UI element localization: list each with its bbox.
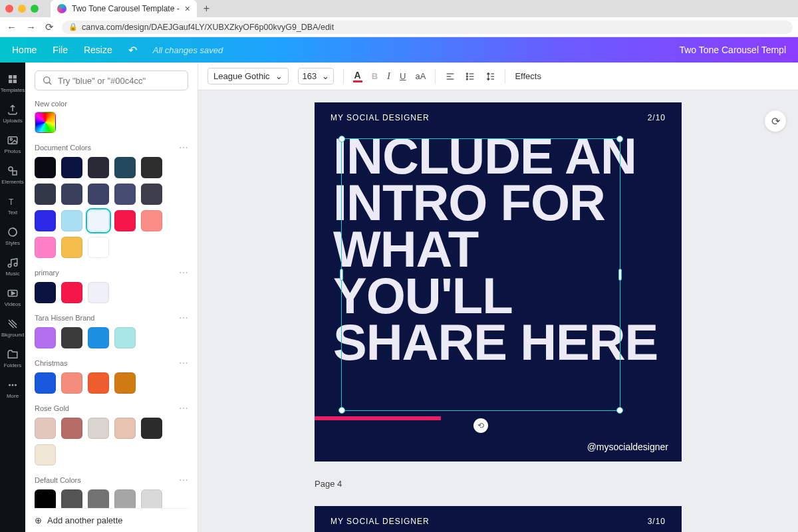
- color-swatch[interactable]: [35, 210, 56, 231]
- font-select[interactable]: League Gothic ⌄: [207, 68, 289, 84]
- case-button[interactable]: aA: [415, 71, 426, 81]
- rail-music[interactable]: Music: [0, 251, 25, 282]
- color-swatch[interactable]: [61, 210, 82, 231]
- list-button[interactable]: [465, 71, 475, 82]
- rail-elements[interactable]: Elements: [0, 160, 25, 190]
- reload-icon[interactable]: ⟳: [44, 21, 55, 33]
- color-search[interactable]: [35, 70, 188, 90]
- color-swatch[interactable]: [141, 210, 162, 231]
- align-button[interactable]: [445, 71, 456, 82]
- rail-uploads[interactable]: Uploads: [0, 98, 25, 129]
- menu-home[interactable]: Home: [12, 45, 37, 55]
- new-color-swatch[interactable]: [35, 112, 56, 133]
- rail-more[interactable]: More: [0, 374, 25, 404]
- accent-line[interactable]: [315, 416, 441, 420]
- rail-text[interactable]: TText: [0, 190, 25, 221]
- resize-handle-se[interactable]: [616, 407, 623, 414]
- color-swatch[interactable]: [141, 157, 162, 178]
- sync-icon[interactable]: ⟳: [765, 110, 786, 132]
- url-field[interactable]: 🔒 canva.com/design/DAEJGauf4LY/XUBXZkyOF…: [62, 21, 793, 34]
- window-zoom-icon[interactable]: [31, 5, 39, 13]
- color-swatch[interactable]: [88, 418, 109, 439]
- color-swatch[interactable]: [114, 418, 136, 439]
- color-swatch[interactable]: [35, 184, 56, 205]
- design-page-4[interactable]: MY SOCIAL DESIGNER 3/10: [315, 506, 682, 532]
- section-options-icon[interactable]: ⋯: [179, 313, 188, 323]
- color-swatch[interactable]: [114, 157, 136, 178]
- color-swatch[interactable]: [114, 372, 136, 394]
- color-swatch[interactable]: [114, 327, 136, 348]
- color-search-input[interactable]: [58, 76, 181, 86]
- color-swatch[interactable]: [88, 184, 109, 205]
- plus-icon: ⊕: [35, 515, 42, 525]
- svg-point-5: [10, 138, 12, 140]
- rail-styles[interactable]: Styles: [0, 221, 25, 251]
- section-options-icon[interactable]: ⋯: [179, 142, 188, 153]
- color-swatch[interactable]: [61, 372, 82, 394]
- italic-button[interactable]: I: [387, 70, 390, 82]
- rail-folders[interactable]: Folders: [0, 343, 25, 374]
- bold-button[interactable]: B: [372, 71, 378, 81]
- color-swatch[interactable]: [35, 157, 56, 178]
- resize-handle-ne[interactable]: [616, 136, 623, 142]
- color-swatch[interactable]: [88, 157, 109, 178]
- rotate-handle[interactable]: ⟲: [473, 418, 488, 433]
- color-swatch[interactable]: [35, 444, 56, 466]
- section-options-icon[interactable]: ⋯: [179, 358, 188, 368]
- resize-handle-e[interactable]: [618, 269, 622, 281]
- rail-templates[interactable]: Templates: [0, 68, 25, 98]
- svg-rect-1: [13, 75, 17, 78]
- text-color-button[interactable]: A: [353, 70, 362, 82]
- rail-bkground[interactable]: Bkground: [0, 313, 25, 343]
- design-handle[interactable]: @mysocialdesigner: [587, 442, 668, 452]
- color-swatch[interactable]: [61, 237, 82, 258]
- color-swatch[interactable]: [88, 210, 109, 231]
- color-swatch[interactable]: [88, 372, 109, 394]
- resize-handle-sw[interactable]: [338, 407, 345, 414]
- effects-button[interactable]: Effects: [515, 71, 541, 81]
- spacing-button[interactable]: [485, 71, 495, 82]
- tab-title: Two Tone Carousel Template -: [72, 4, 180, 13]
- resize-handle-w[interactable]: [340, 269, 343, 281]
- color-swatch[interactable]: [35, 327, 56, 348]
- svg-rect-7: [13, 171, 17, 175]
- new-tab-button[interactable]: +: [203, 3, 209, 15]
- document-title[interactable]: Two Tone Carousel Templ: [679, 45, 786, 55]
- color-swatch[interactable]: [114, 210, 136, 231]
- color-swatch[interactable]: [61, 184, 82, 205]
- color-swatch[interactable]: [61, 418, 82, 439]
- window-minimize-icon[interactable]: [18, 5, 26, 13]
- color-swatch[interactable]: [141, 418, 162, 439]
- color-swatch[interactable]: [114, 184, 136, 205]
- design-page-3[interactable]: MY SOCIAL DESIGNER 2/10 ⟲ INCLUDE AN INT…: [315, 102, 682, 462]
- color-swatch[interactable]: [88, 237, 109, 258]
- resize-handle-nw[interactable]: [338, 136, 345, 142]
- color-swatch[interactable]: [88, 327, 109, 348]
- menu-file[interactable]: File: [53, 45, 68, 55]
- svg-point-6: [9, 167, 13, 171]
- window-close-icon[interactable]: [5, 5, 13, 13]
- color-swatch[interactable]: [35, 372, 56, 394]
- color-swatch[interactable]: [61, 327, 82, 348]
- color-swatch[interactable]: [61, 282, 82, 303]
- underline-button[interactable]: U: [400, 71, 406, 81]
- color-swatch[interactable]: [35, 237, 56, 258]
- font-size-input[interactable]: 163 ⌄: [298, 68, 334, 84]
- section-options-icon[interactable]: ⋯: [179, 403, 188, 414]
- browser-tab[interactable]: Two Tone Carousel Template - ×: [51, 0, 197, 17]
- add-palette-button[interactable]: ⊕ Add another palette: [35, 508, 188, 532]
- section-options-icon[interactable]: ⋯: [179, 267, 188, 278]
- rail-videos[interactable]: Videos: [0, 282, 25, 313]
- tab-close-icon[interactable]: ×: [185, 3, 190, 14]
- color-swatch[interactable]: [61, 157, 82, 178]
- color-swatch[interactable]: [35, 418, 56, 439]
- color-swatch[interactable]: [88, 282, 109, 303]
- rail-photos[interactable]: Photos: [0, 129, 25, 160]
- back-icon[interactable]: ←: [5, 21, 18, 33]
- section-options-icon[interactable]: ⋯: [179, 475, 188, 485]
- color-swatch[interactable]: [35, 282, 56, 303]
- forward-icon[interactable]: →: [25, 21, 37, 33]
- color-swatch[interactable]: [141, 184, 162, 205]
- menu-resize[interactable]: Resize: [84, 45, 112, 55]
- undo-icon[interactable]: ↶: [128, 44, 137, 57]
